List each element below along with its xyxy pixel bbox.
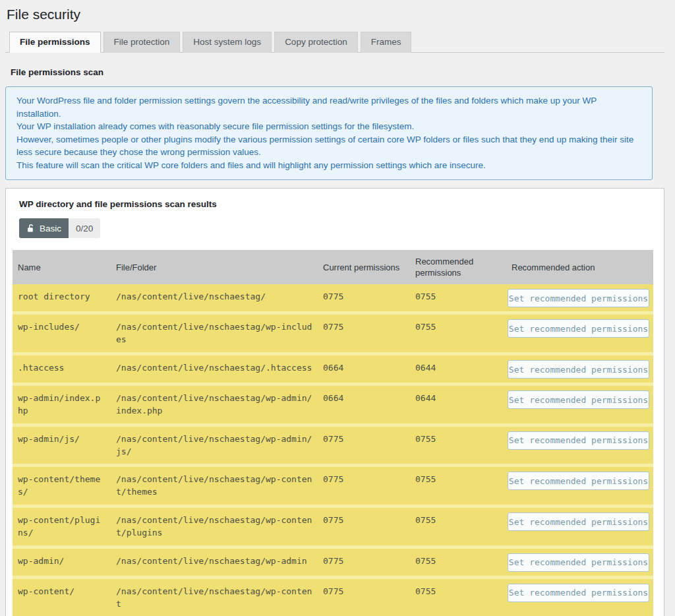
row-name: wp-content/ — [13, 579, 111, 604]
row-recommended-permissions: 0755 — [410, 284, 506, 309]
row-current-permissions: 0775 — [318, 579, 410, 604]
row-action: Set recommended permissions — [506, 284, 653, 311]
tab-frames[interactable]: Frames — [361, 32, 412, 53]
row-current-permissions: 0775 — [318, 467, 410, 492]
info-line: Your WP installation already comes with … — [16, 120, 641, 133]
badge-count: 0/20 — [69, 218, 100, 238]
row-path: /nas/content/live/nschaestag/ — [111, 284, 318, 309]
row-current-permissions: 0664 — [318, 386, 410, 411]
column-header-current-permissions: Current permissions — [318, 257, 410, 279]
row-path: /nas/content/live/nschaestag/wp-admin — [111, 549, 318, 574]
table-row: wp-content/ /nas/content/live/nschaestag… — [13, 579, 653, 616]
row-path: /nas/content/live/nschaestag/wp-admin/js… — [111, 427, 318, 464]
row-current-permissions: 0775 — [318, 508, 410, 533]
row-recommended-permissions: 0755 — [410, 467, 506, 492]
feature-level-badge: Basic 0/20 — [19, 218, 100, 238]
page-title: File security — [5, 7, 664, 22]
table-row: wp-admin/index.php /nas/content/live/nsc… — [13, 386, 653, 423]
scan-results-card: WP directory and file permissions scan r… — [5, 188, 664, 616]
column-header-name: Name — [13, 257, 111, 279]
row-action: Set recommended permissions — [506, 579, 653, 606]
badge-basic[interactable]: Basic — [19, 218, 69, 238]
set-recommended-permissions-button[interactable]: Set recommended permissions — [508, 319, 649, 338]
row-action: Set recommended permissions — [506, 315, 653, 342]
row-path: /nas/content/live/nschaestag/wp-includes — [111, 315, 318, 352]
row-current-permissions: 0775 — [318, 315, 410, 340]
table-row: wp-admin/ /nas/content/live/nschaestag/w… — [13, 549, 653, 576]
set-recommended-permissions-button[interactable]: Set recommended permissions — [508, 584, 649, 602]
row-action: Set recommended permissions — [506, 508, 653, 535]
row-recommended-permissions: 0644 — [410, 355, 506, 381]
unlock-icon — [26, 224, 36, 233]
row-name: wp-content/plugins/ — [13, 508, 111, 545]
permissions-table: Name File/Folder Current permissions Rec… — [13, 250, 653, 616]
set-recommended-permissions-button[interactable]: Set recommended permissions — [508, 553, 649, 572]
row-recommended-permissions: 0755 — [410, 427, 506, 452]
row-path: /nas/content/live/nschaestag/.htaccess — [111, 355, 318, 381]
set-recommended-permissions-button[interactable]: Set recommended permissions — [508, 472, 649, 490]
column-header-file-folder: File/Folder — [111, 257, 318, 279]
table-row: wp-content/themes/ /nas/content/live/nsc… — [13, 467, 653, 505]
row-action: Set recommended permissions — [506, 355, 653, 383]
row-name: wp-admin/js/ — [13, 427, 111, 452]
set-recommended-permissions-button[interactable]: Set recommended permissions — [508, 512, 649, 531]
row-recommended-permissions: 0755 — [410, 549, 506, 574]
table-body: root directory /nas/content/live/nschaes… — [13, 284, 653, 616]
table-row: root directory /nas/content/live/nschaes… — [13, 284, 653, 311]
row-recommended-permissions: 0755 — [410, 508, 506, 533]
table-row: wp-content/plugins/ /nas/content/live/ns… — [13, 508, 653, 545]
row-path: /nas/content/live/nschaestag/wp-content/… — [111, 508, 318, 545]
badge-level-label: Basic — [40, 224, 61, 233]
table-header-row: Name File/Folder Current permissions Rec… — [13, 250, 653, 284]
tab-host-system-logs[interactable]: Host system logs — [183, 32, 272, 53]
row-name: wp-admin/index.php — [13, 386, 111, 423]
row-current-permissions: 0775 — [318, 549, 410, 574]
row-name: root directory — [13, 284, 111, 309]
row-recommended-permissions: 0755 — [410, 315, 506, 340]
info-notice: Your WordPress file and folder permissio… — [5, 86, 653, 180]
table-row: wp-admin/js/ /nas/content/live/nschaesta… — [13, 427, 653, 464]
column-header-recommended-permissions: Recommended permissions — [410, 251, 506, 284]
row-name: wp-admin/ — [13, 549, 111, 574]
row-action: Set recommended permissions — [506, 386, 653, 413]
row-path: /nas/content/live/nschaestag/wp-admin/in… — [111, 386, 318, 423]
set-recommended-permissions-button[interactable]: Set recommended permissions — [508, 360, 649, 379]
row-recommended-permissions: 0644 — [410, 386, 506, 411]
tab-file-protection[interactable]: File protection — [103, 32, 181, 53]
row-current-permissions: 0775 — [318, 427, 410, 452]
set-recommended-permissions-button[interactable]: Set recommended permissions — [508, 289, 649, 307]
tab-bar: File permissions File protection Host sy… — [5, 32, 664, 53]
row-name: wp-content/themes/ — [13, 467, 111, 505]
set-recommended-permissions-button[interactable]: Set recommended permissions — [508, 431, 649, 450]
row-name: wp-includes/ — [13, 315, 111, 340]
info-line: However, sometimes people or other plugi… — [16, 133, 641, 159]
set-recommended-permissions-button[interactable]: Set recommended permissions — [508, 390, 649, 409]
row-name: .htaccess — [13, 355, 111, 381]
section-heading: File permissions scan — [11, 67, 664, 77]
row-action: Set recommended permissions — [506, 467, 653, 494]
row-path: /nas/content/live/nschaestag/wp-content/… — [111, 467, 318, 505]
info-line: Your WordPress file and folder permissio… — [16, 94, 641, 120]
row-path: /nas/content/live/nschaestag/wp-content — [111, 579, 318, 616]
row-recommended-permissions: 0755 — [410, 579, 506, 604]
tab-file-permissions[interactable]: File permissions — [9, 32, 101, 53]
row-action: Set recommended permissions — [506, 427, 653, 454]
page-wrap: File security File permissions File prot… — [0, 0, 664, 616]
info-line: This feature will scan the critical WP c… — [16, 159, 641, 172]
row-action: Set recommended permissions — [506, 549, 653, 576]
tab-copy-protection[interactable]: Copy protection — [274, 32, 358, 53]
row-current-permissions: 0775 — [318, 284, 410, 309]
results-heading: WP directory and file permissions scan r… — [19, 199, 652, 209]
table-row: wp-includes/ /nas/content/live/nschaesta… — [13, 315, 653, 352]
row-current-permissions: 0664 — [318, 355, 410, 381]
column-header-recommended-action: Recommended action — [506, 257, 653, 279]
table-row: .htaccess /nas/content/live/nschaestag/.… — [13, 355, 653, 383]
